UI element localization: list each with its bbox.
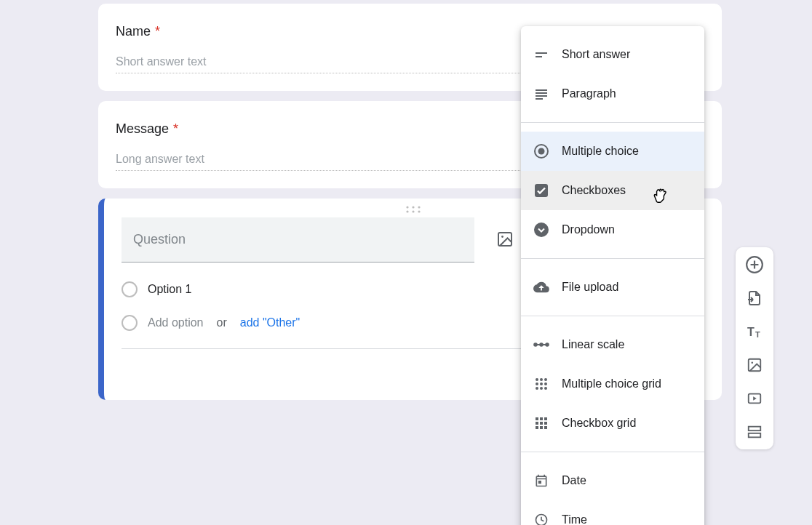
svg-rect-32 — [536, 417, 538, 420]
question-title-text: Name — [116, 24, 151, 39]
cloud-upload-icon — [533, 278, 550, 296]
short-answer-icon — [533, 46, 550, 63]
svg-point-21 — [539, 342, 544, 347]
svg-text:T: T — [747, 326, 755, 338]
menu-item-file-upload[interactable]: File upload — [521, 268, 704, 307]
svg-point-28 — [544, 382, 547, 385]
menu-item-linear-scale[interactable]: Linear scale — [521, 325, 704, 364]
menu-item-short-answer[interactable]: Short answer — [521, 35, 704, 74]
menu-item-label: Multiple choice grid — [562, 377, 661, 390]
menu-item-time[interactable]: Time — [521, 500, 704, 525]
svg-point-16 — [538, 148, 545, 155]
svg-rect-48 — [749, 427, 761, 431]
menu-item-label: Checkbox grid — [562, 417, 636, 430]
svg-rect-40 — [544, 426, 547, 429]
menu-item-label: Checkboxes — [562, 184, 626, 197]
question-toolbar: TT — [736, 247, 773, 449]
menu-item-checkboxes[interactable]: Checkboxes — [521, 171, 704, 210]
add-section-button[interactable] — [744, 422, 765, 442]
radio-icon — [122, 315, 138, 331]
menu-item-paragraph[interactable]: Paragraph — [521, 74, 704, 113]
svg-rect-13 — [536, 95, 547, 97]
menu-item-label: Short answer — [562, 48, 630, 61]
radio-button-icon — [533, 143, 550, 160]
required-asterisk: * — [173, 121, 178, 137]
square-grid-icon — [533, 414, 550, 432]
menu-item-label: Date — [562, 474, 586, 487]
svg-point-46 — [752, 362, 754, 364]
svg-point-31 — [544, 387, 547, 390]
add-question-button[interactable] — [744, 255, 765, 275]
svg-point-23 — [536, 378, 538, 381]
svg-point-29 — [536, 387, 538, 390]
import-questions-button[interactable] — [744, 288, 765, 308]
svg-rect-11 — [536, 89, 547, 91]
short-answer-placeholder[interactable]: Short answer text — [116, 55, 552, 73]
svg-point-26 — [536, 382, 538, 385]
svg-point-1 — [412, 206, 414, 208]
menu-item-mc-grid[interactable]: Multiple choice grid — [521, 364, 704, 404]
svg-rect-9 — [536, 52, 547, 54]
menu-separator — [521, 258, 704, 259]
svg-point-3 — [406, 210, 408, 212]
svg-point-22 — [545, 342, 549, 347]
svg-point-30 — [540, 387, 543, 390]
required-asterisk: * — [155, 24, 160, 39]
question-type-menu: Short answer Paragraph Multiple choice C… — [521, 26, 704, 525]
menu-separator — [521, 452, 704, 452]
checkbox-icon — [533, 182, 550, 199]
add-image-sidebar-button[interactable] — [744, 355, 765, 375]
menu-item-label: Dropdown — [562, 223, 615, 236]
svg-point-0 — [406, 206, 408, 208]
svg-rect-34 — [544, 417, 547, 420]
menu-item-label: Time — [562, 513, 587, 525]
add-other-link[interactable]: add "Other" — [240, 316, 300, 329]
menu-separator — [521, 122, 704, 123]
svg-point-2 — [418, 206, 420, 208]
svg-point-27 — [540, 382, 543, 385]
svg-point-18 — [534, 223, 549, 237]
option-label: Option 1 — [148, 283, 191, 296]
menu-item-cb-grid[interactable]: Checkbox grid — [521, 404, 704, 443]
or-text: or — [217, 316, 227, 329]
clock-icon — [533, 511, 550, 525]
linear-scale-icon — [533, 336, 550, 353]
svg-rect-14 — [536, 98, 543, 100]
add-title-button[interactable]: TT — [744, 321, 765, 342]
add-option-text[interactable]: Add option — [148, 316, 204, 329]
menu-separator — [521, 316, 704, 316]
svg-text:T: T — [755, 330, 760, 339]
dropdown-icon — [533, 221, 550, 239]
menu-item-label: Multiple choice — [562, 145, 639, 158]
svg-point-19 — [533, 342, 538, 347]
dot-grid-icon — [533, 375, 550, 393]
add-video-button[interactable] — [744, 388, 765, 409]
svg-rect-12 — [536, 92, 547, 94]
svg-rect-39 — [540, 426, 543, 429]
menu-item-dropdown[interactable]: Dropdown — [521, 210, 704, 249]
calendar-icon — [533, 472, 550, 489]
svg-rect-38 — [536, 426, 538, 429]
svg-point-5 — [418, 210, 420, 212]
question-title-text: Message — [116, 121, 169, 137]
paragraph-icon — [533, 85, 550, 103]
svg-rect-35 — [536, 422, 538, 425]
question-input[interactable] — [122, 217, 474, 262]
radio-icon — [122, 281, 138, 297]
svg-point-7 — [501, 236, 503, 238]
svg-point-4 — [412, 210, 414, 212]
svg-rect-36 — [540, 422, 543, 425]
svg-rect-33 — [540, 417, 543, 420]
menu-item-date[interactable]: Date — [521, 461, 704, 500]
svg-rect-49 — [749, 433, 761, 438]
menu-item-multiple-choice[interactable]: Multiple choice — [521, 132, 704, 171]
long-answer-placeholder[interactable]: Long answer text — [116, 153, 552, 171]
menu-item-label: File upload — [562, 281, 618, 294]
svg-rect-37 — [544, 422, 547, 425]
svg-point-25 — [544, 378, 547, 381]
add-image-button[interactable] — [490, 225, 520, 254]
svg-point-24 — [540, 378, 543, 381]
menu-item-label: Paragraph — [562, 87, 616, 100]
svg-rect-10 — [536, 56, 542, 57]
menu-item-label: Linear scale — [562, 338, 624, 351]
